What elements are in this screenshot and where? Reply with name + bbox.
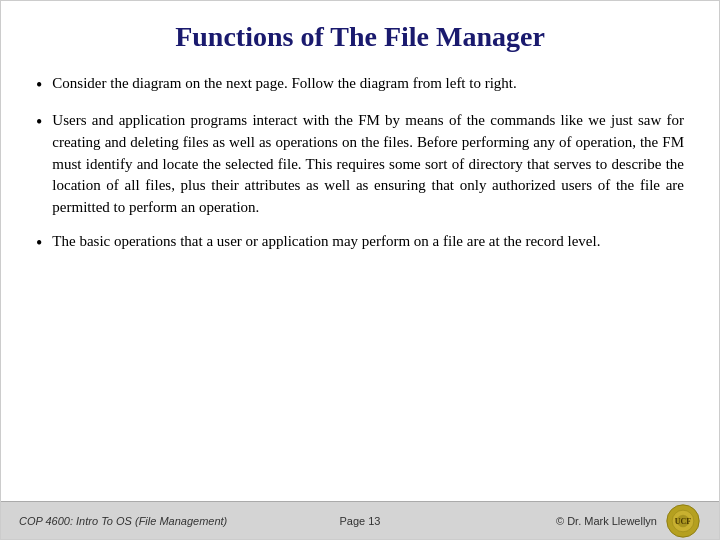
bullet-text-2: Users and application programs interact … xyxy=(52,110,684,219)
list-item: • The basic operations that a user or ap… xyxy=(36,231,684,256)
svg-text:UCF: UCF xyxy=(675,516,692,525)
footer-page: Page 13 xyxy=(340,515,381,527)
footer-copyright: © Dr. Mark Llewellyn xyxy=(556,515,657,527)
slide-content: Functions of The File Manager • Consider… xyxy=(1,1,719,501)
footer-right: © Dr. Mark Llewellyn UCF xyxy=(556,503,701,539)
bullet-list: • Consider the diagram on the next page.… xyxy=(36,73,684,256)
list-item: • Consider the diagram on the next page.… xyxy=(36,73,684,98)
slide-footer: COP 4600: Intro To OS (File Management) … xyxy=(1,501,719,539)
bullet-text-3: The basic operations that a user or appl… xyxy=(52,231,684,253)
bullet-icon: • xyxy=(36,230,42,256)
bullet-icon: • xyxy=(36,72,42,98)
list-item: • Users and application programs interac… xyxy=(36,110,684,219)
footer-course: COP 4600: Intro To OS (File Management) xyxy=(19,515,227,527)
slide-title: Functions of The File Manager xyxy=(36,21,684,53)
slide: Functions of The File Manager • Consider… xyxy=(0,0,720,540)
ucf-logo: UCF xyxy=(665,503,701,539)
bullet-text-1: Consider the diagram on the next page. F… xyxy=(52,73,684,95)
bullet-icon: • xyxy=(36,109,42,135)
